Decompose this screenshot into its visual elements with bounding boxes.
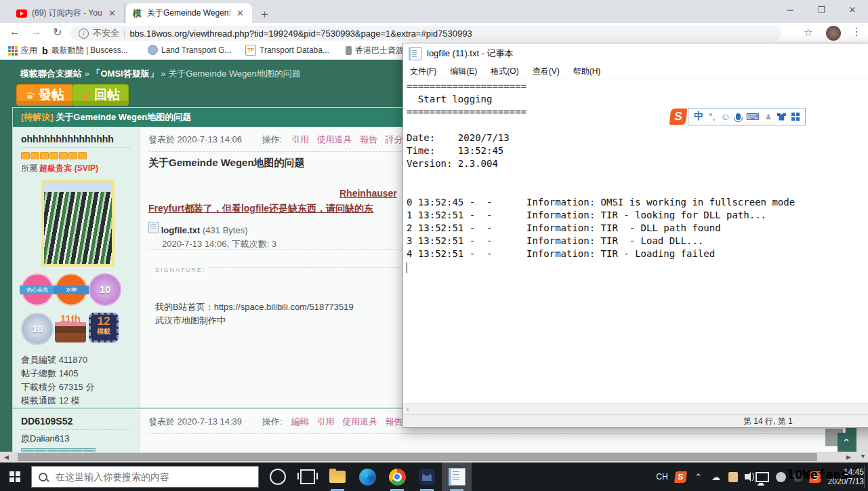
badge-12-mozai[interactable]: 12模載 — [89, 313, 119, 342]
menu-file[interactable]: 文件(F) — [410, 66, 436, 77]
badge-label: 11th — [60, 313, 81, 324]
op-use-item[interactable]: 使用道具 — [342, 416, 377, 427]
post2-author[interactable]: DD6109S52 — [21, 416, 129, 430]
settings-tray-icon[interactable] — [776, 472, 786, 482]
forward-button[interactable]: → — [31, 26, 42, 38]
post1-avatar[interactable] — [41, 180, 115, 267]
new-post-button[interactable]: 發帖 — [16, 84, 73, 106]
group-name[interactable]: 超級贵宾 (SVIP) — [39, 163, 98, 173]
sogou-logo-icon[interactable]: S — [669, 109, 688, 125]
bookmark-hk-bus[interactable]: 香港巴士資源 — [346, 45, 404, 56]
window-restore-button[interactable]: ❐ — [806, 0, 837, 22]
post1-link-line2[interactable]: Freyfurt都装了，但看logfile还是缺东西，请问缺的东 — [148, 203, 373, 215]
window-close-button[interactable]: ✕ — [837, 0, 868, 22]
scroll-left-icon[interactable]: ◀ — [4, 452, 9, 463]
file-icon — [148, 222, 159, 233]
scroll-down-icon[interactable]: ▼ — [860, 451, 866, 462]
tab-youtube[interactable]: (69) 订阅内容 - YouTube ✕ — [9, 3, 125, 23]
log-line: 0 13:52:45 - - Information: OMSI is work… — [407, 197, 868, 210]
op-quote[interactable]: 引用 — [317, 416, 335, 427]
horizontal-scrollbar[interactable]: ◀ ▶ — [0, 452, 856, 463]
op-report[interactable]: 報告 — [386, 416, 403, 427]
security-label: 不安全 — [93, 27, 119, 39]
sogou-tray-icon[interactable]: S — [674, 471, 687, 483]
browser-menu-icon[interactable]: ⋮ — [851, 25, 862, 38]
badge-10-purple[interactable]: 10 — [89, 273, 121, 306]
start-button[interactable] — [9, 471, 20, 482]
network-icon[interactable] — [756, 472, 769, 482]
menu-edit[interactable]: 编辑(E) — [450, 66, 477, 77]
badge-warm-member[interactable]: 热心会员 — [21, 273, 54, 306]
badge-10-silver[interactable]: 10 — [21, 313, 54, 345]
new-post-label: 發帖 — [39, 86, 64, 104]
bookmark-land-transport[interactable]: Land Transport G... — [148, 45, 231, 55]
back-button[interactable]: ← — [9, 26, 20, 38]
search-input[interactable] — [54, 471, 233, 483]
soft-keyboard-icon[interactable]: ⌨ — [746, 111, 760, 122]
new-tab-button[interactable]: ＋ — [259, 6, 270, 22]
log-line — [407, 184, 868, 197]
op-rate[interactable]: 評分 — [386, 134, 403, 144]
skin-icon[interactable] — [777, 113, 786, 121]
menu-view[interactable]: 查看(V) — [533, 66, 560, 77]
reload-button[interactable]: ↻ — [53, 26, 62, 39]
file-explorer-button[interactable] — [323, 463, 352, 491]
notepad-horizontal-scrollbar[interactable]: ‹ — [403, 403, 868, 414]
info-icon[interactable]: i — [79, 28, 89, 39]
cortana-button[interactable] — [263, 463, 293, 491]
app-tray-icon[interactable] — [728, 472, 738, 482]
task-view-button[interactable] — [293, 463, 323, 491]
post1-author[interactable]: ohhhhhhhhhhhhhhh — [21, 134, 129, 148]
taskbar-search-box[interactable] — [31, 466, 259, 488]
op-use-item[interactable]: 使用道具 — [317, 134, 352, 144]
notepad-text-area[interactable]: ===================== Start logging ====… — [403, 79, 868, 403]
badge-water-god[interactable]: 水神 — [55, 273, 87, 306]
sogou-ime-toolbar[interactable]: S 中 °, ☺ ⌨ ♟ — [670, 108, 806, 125]
tab-forum-active[interactable]: 模 关于Gemeinde Wegen地图的问 ✕ — [126, 3, 252, 23]
attachment-row[interactable]: logfile.txt (431 Bytes) 2020-7-13 14:06,… — [148, 222, 276, 250]
address-bar[interactable]: i 不安全 | bbs.18wos.org/viewthread.php?tid… — [70, 26, 781, 41]
microphone-icon[interactable] — [736, 113, 741, 120]
game-app-button[interactable] — [412, 463, 442, 491]
reply-label: 回帖 — [94, 86, 120, 104]
breadcrumb-site[interactable]: 模載聯合支援站 — [20, 68, 82, 79]
ime-mode-chinese[interactable]: 中 — [694, 111, 703, 123]
attachment-name[interactable]: logfile.txt — [161, 225, 201, 235]
toolbox-grid-icon[interactable] — [791, 113, 800, 121]
person-icon[interactable]: ♟ — [765, 113, 772, 121]
edge-button[interactable] — [352, 463, 382, 491]
reply-button[interactable]: 回帖 — [72, 84, 129, 106]
op-edit[interactable]: 編輯 — [291, 416, 309, 427]
notepad-taskbar-button[interactable] — [442, 463, 472, 491]
log-line: ===================== — [407, 81, 868, 94]
window-minimize-button[interactable]: ─ — [774, 0, 806, 22]
badge-11th-cake[interactable]: 11th — [55, 313, 86, 342]
op-quote[interactable]: 引用 — [291, 134, 309, 144]
emoji-icon[interactable]: ☺ — [721, 111, 730, 122]
breadcrumb-sep: » — [85, 68, 89, 79]
bookmark-star-icon[interactable]: ☆ — [804, 26, 812, 39]
profile-avatar[interactable] — [826, 26, 841, 41]
bookmark-buscess[interactable]: b 最新動態 | Buscess... — [42, 45, 128, 56]
ime-punctuation-icon[interactable]: °, — [709, 111, 716, 122]
chrome-button[interactable] — [382, 463, 412, 491]
language-indicator[interactable]: CH — [656, 472, 667, 482]
volume-icon[interactable] — [745, 474, 749, 479]
show-desktop-button[interactable] — [864, 465, 865, 488]
bookmark-apps[interactable]: 应用 — [8, 45, 37, 56]
tab-close-icon[interactable]: ✕ — [235, 8, 245, 18]
scroll-right-icon[interactable]: ▶ — [846, 452, 851, 463]
notepad-window: logfile (11).txt - 记事本 文件(F) 编辑(E) 格式(O)… — [402, 43, 868, 428]
tab-close-icon[interactable]: ✕ — [107, 8, 117, 18]
notepad-titlebar[interactable]: logfile (11).txt - 记事本 — [403, 43, 868, 64]
scrollbar-thumb[interactable] — [18, 453, 817, 461]
scroll-left-icon[interactable]: ‹ — [407, 406, 409, 413]
breadcrumb-board[interactable]: 「OMSI答疑版」 — [91, 68, 158, 79]
post1-link-line1[interactable]: Rheinhauser — [339, 188, 397, 199]
menu-format[interactable]: 格式(O) — [491, 66, 518, 77]
tray-expand-icon[interactable]: ⌃ — [693, 471, 704, 482]
menu-help[interactable]: 帮助(H) — [573, 66, 601, 77]
bookmark-transport-db[interactable]: TP Transport Databa... — [245, 45, 329, 56]
cloud-icon[interactable]: ☁ — [711, 471, 722, 482]
op-report[interactable]: 報告 — [360, 134, 377, 144]
